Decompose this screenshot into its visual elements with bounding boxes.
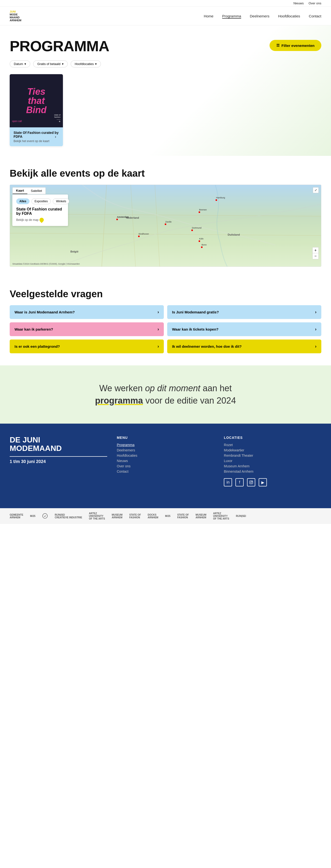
faq-question-2: Is Juni Modemaand gratis?: [172, 310, 219, 314]
map-filter-exposities[interactable]: Exposities: [31, 198, 51, 204]
svg-line-2: [155, 185, 160, 267]
event-card-info: State Of Fashion curated by FDFA Bekijk …: [13, 131, 59, 143]
linkedin-icon[interactable]: in: [224, 478, 232, 487]
filter-betaald[interactable]: Gratis of betaald ▾: [33, 60, 67, 67]
partner-8: DOCKSArnhem: [147, 514, 158, 519]
footer-brand-title: DE JUNI MODEMAAND: [10, 436, 107, 453]
faq-item-4[interactable]: Waar kan ik tickets kopen? ›: [167, 322, 321, 336]
faq-item-3[interactable]: Waar kan ik parkeren? ›: [10, 322, 164, 336]
over-ons-link[interactable]: Over ons: [308, 1, 321, 5]
faq-item-5[interactable]: Is er ook een plattegrond? ›: [10, 340, 164, 353]
expand-icon: ⤢: [314, 188, 317, 192]
zoom-in-button[interactable]: +: [312, 247, 319, 253]
event-card[interactable]: TiesthatBind open call state offashion——…: [10, 74, 63, 146]
tab-satelliet[interactable]: Satelliet: [27, 188, 45, 194]
faq-section: Veelgestelde vragen Waar is Juni Modemaa…: [0, 276, 331, 365]
event-card-body-inner: State Of Fashion curated by FDFA Bekijk …: [13, 131, 59, 143]
chevron-down-icon2: ▾: [62, 62, 64, 66]
bremen-dot: [199, 212, 200, 213]
map-tabs: Kaart Satelliet: [12, 187, 46, 194]
coming-soon-section: We werken op dit moment aan het programm…: [0, 365, 331, 424]
map-container[interactable]: Nederland Duitsland België Amsterdam Zwo…: [10, 185, 321, 267]
footer-locaties-title: LOCATIES: [224, 436, 321, 439]
partner-6: museumarnhem: [112, 514, 122, 519]
logo-line2: MODE: [10, 13, 21, 16]
nav-programma[interactable]: Programma: [222, 14, 241, 18]
coming-soon-after: voor de editie van 2024: [143, 396, 236, 405]
filter-hoofdlocaties[interactable]: Hoofdlocaties ▾: [71, 60, 101, 67]
header: JUNI MODE MAAND ARNHEM Home Programma De…: [0, 7, 331, 25]
nav-contact[interactable]: Contact: [309, 14, 321, 18]
nieuws-link[interactable]: Nieuws: [294, 1, 304, 5]
hamburg-label: Hamburg: [216, 196, 225, 199]
filter-hoofdlocaties-label: Hoofdlocaties: [75, 62, 94, 66]
nav-deelnemers[interactable]: Deelnemers: [250, 14, 270, 18]
map-popup-link[interactable]: Bekijk op de map: [16, 218, 64, 222]
faq-item-1[interactable]: Waar is Juni Modemaand Arnhem? ›: [10, 305, 164, 319]
logo-line1: JUNI: [10, 10, 21, 13]
map-filter-alles[interactable]: Alles: [16, 198, 29, 204]
faq-arrow-2: ›: [315, 310, 316, 315]
faq-arrow-6: ›: [315, 344, 316, 349]
youtube-icon[interactable]: ▶: [259, 478, 267, 487]
page-title: PROGRAMMA: [10, 37, 109, 55]
coming-soon-text: We werken op dit moment aan het programm…: [10, 382, 321, 407]
faq-title: Veelgestelde vragen: [10, 288, 321, 300]
partner-12: ArtEZUniversityof the Arts: [213, 512, 229, 520]
map-section: Bekijk alle events op de kaart Nederland…: [0, 156, 331, 276]
footer-menu-hoofdlocaties[interactable]: Hoofdlocaties: [117, 454, 214, 458]
map-section-title: Bekijk alle events op de kaart: [10, 168, 321, 179]
faq-arrow-5: ›: [158, 344, 159, 349]
zoom-out-button[interactable]: −: [312, 253, 319, 259]
faq-arrow-1: ›: [158, 310, 159, 315]
footer-locatie-modekwartier: Modekwartier: [224, 448, 321, 452]
footer-locaties-col: LOCATIES Rozet Modekwartier Rembrandt Th…: [224, 436, 321, 491]
footer-menu-over-ons[interactable]: Over ons: [117, 464, 214, 468]
svg-line-4: [10, 233, 321, 236]
partner-7: state offashion: [129, 514, 141, 519]
koeln-label: Köln: [199, 238, 203, 240]
footer-menu-programma[interactable]: Programma: [117, 443, 214, 447]
top-bar: Nieuws Over ons: [0, 0, 331, 7]
svg-line-0: [102, 185, 107, 267]
event-card-link[interactable]: Bekijk het event op de kaart: [13, 140, 59, 143]
hero-section: PROGRAMMA ☰ Filter evenementen Datum ▾ G…: [0, 25, 331, 156]
nav-hoofdlocaties[interactable]: Hoofdlocaties: [278, 14, 300, 18]
tab-kaart[interactable]: Kaart: [12, 188, 27, 194]
svg-point-6: [250, 482, 252, 483]
map-zoom-controls: + −: [312, 247, 319, 259]
logo-line3: MAAND: [10, 16, 21, 19]
footer-brand-date: 1 t/m 30 juni 2024: [10, 456, 107, 464]
footer-menu-deelnemers[interactable]: Deelnemers: [117, 448, 214, 452]
footer-menu-nieuws[interactable]: Nieuws: [117, 459, 214, 463]
logo[interactable]: JUNI MODE MAAND ARNHEM: [10, 10, 21, 22]
nav-home[interactable]: Home: [204, 14, 213, 18]
event-card-image: TiesthatBind open call state offashion——…: [10, 74, 63, 127]
chevron-down-icon3: ▾: [95, 62, 97, 66]
zwolle-label: Zwolle: [165, 221, 171, 223]
map-filter-winkels[interactable]: Winkels: [53, 198, 69, 204]
faq-grid: Waar is Juni Modemaand Arnhem? › Is Juni…: [10, 305, 321, 353]
hamburg-dot: [216, 199, 217, 201]
partner-2: M/25: [30, 515, 35, 517]
faq-item-2[interactable]: Is Juni Modemaand gratis? ›: [167, 305, 321, 319]
footer-locatie-rozet: Rozet: [224, 443, 321, 447]
map-popup: Alles Exposities Winkels State Of Fashio…: [12, 194, 68, 226]
event-open-call: open call: [12, 120, 22, 123]
facebook-icon[interactable]: f: [236, 478, 244, 487]
partner-11: museumarnhem: [195, 514, 206, 519]
instagram-icon[interactable]: [247, 478, 255, 487]
footer-menu-contact[interactable]: Contact: [117, 469, 214, 473]
faq-question-6: Ik wil deelnemer worden, hoe doe ik dit?: [172, 344, 242, 348]
filter-button[interactable]: ☰ Filter evenementen: [270, 40, 321, 51]
footer-locatie-luxor: Luxor: [224, 459, 321, 463]
partners-bar: GemeenteArnhem M/25 RIJN|SEICreatieve In…: [0, 508, 331, 524]
filter-datum-label: Datum: [14, 62, 23, 66]
faq-question-3: Waar kan ik parkeren?: [15, 327, 53, 331]
footer: DE JUNI MODEMAAND 1 t/m 30 juni 2024 MEN…: [0, 424, 331, 508]
eindhoven-dot: [138, 236, 140, 237]
faq-item-6[interactable]: Ik wil deelnemer worden, hoe doe ik dit?…: [167, 340, 321, 353]
map-expand-button[interactable]: ⤢: [313, 187, 319, 193]
filter-datum[interactable]: Datum ▾: [10, 60, 30, 67]
event-card-arrow-icon: ›: [55, 134, 56, 139]
